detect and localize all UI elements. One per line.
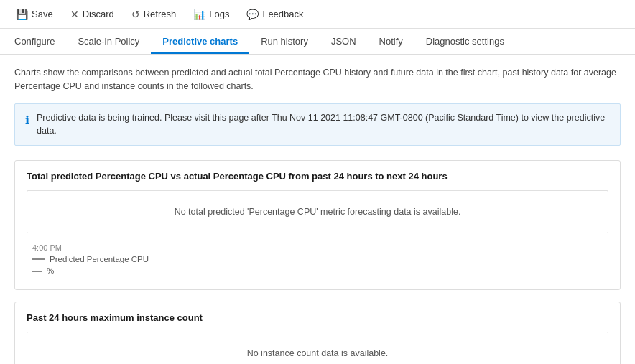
toolbar: 💾 Save ✕ Discard ↺ Refresh 📊 Logs 💬 Feed… [0, 0, 635, 29]
save-icon: 💾 [16, 9, 28, 20]
tab-configure[interactable]: Configure [3, 29, 66, 54]
logs-icon: 📊 [193, 9, 205, 20]
chart-card-2: Past 24 hours maximum instance count No … [14, 302, 621, 364]
discard-icon: ✕ [70, 9, 79, 20]
logs-button[interactable]: 📊 Logs [186, 6, 236, 23]
refresh-button[interactable]: ↺ Refresh [124, 6, 184, 23]
legend-dash-icon: — [32, 265, 42, 276]
tab-diagnostic-settings[interactable]: Diagnostic settings [414, 29, 516, 54]
legend-line-icon [32, 258, 45, 260]
tab-run-history[interactable]: Run history [249, 29, 320, 54]
refresh-icon: ↺ [131, 9, 140, 20]
tab-predictive-charts[interactable]: Predictive charts [151, 29, 249, 54]
info-banner: ℹ Predictive data is being trained. Plea… [14, 103, 621, 146]
chart1-legend-unit-item: — % [32, 265, 603, 276]
chart1-legend-time: 4:00 PM [32, 243, 603, 252]
chart1-legend-item: Predicted Percentage CPU [32, 255, 603, 263]
feedback-icon: 💬 [246, 9, 259, 20]
chart1-title: Total predicted Percentage CPU vs actual… [27, 171, 608, 182]
tab-notify[interactable]: Notify [368, 29, 414, 54]
main-content: Charts show the comparisons between pred… [0, 55, 635, 364]
chart2-no-data: No instance count data is available. [247, 348, 389, 358]
chart1-no-data: No total predicted 'Percentage CPU' metr… [175, 207, 461, 217]
info-banner-text: Predictive data is being trained. Please… [37, 111, 610, 139]
discard-button[interactable]: ✕ Discard [63, 6, 121, 23]
info-icon: ℹ [25, 112, 29, 129]
feedback-button[interactable]: 💬 Feedback [239, 6, 310, 23]
chart-card-1: Total predicted Percentage CPU vs actual… [14, 160, 621, 290]
chart2-area: No instance count data is available. [27, 332, 608, 364]
chart1-legend: 4:00 PM Predicted Percentage CPU — % [27, 239, 608, 279]
tab-json[interactable]: JSON [320, 29, 368, 54]
tabs-bar: Configure Scale-In Policy Predictive cha… [0, 29, 635, 55]
chart2-title: Past 24 hours maximum instance count [27, 312, 608, 323]
save-button[interactable]: 💾 Save [9, 6, 60, 23]
chart1-area: No total predicted 'Percentage CPU' metr… [27, 190, 608, 233]
chart1-legend-label: Predicted Percentage CPU [50, 255, 149, 263]
chart1-legend-unit: % [47, 266, 54, 275]
tab-scale-in-policy[interactable]: Scale-In Policy [66, 29, 151, 54]
page-description: Charts show the comparisons between pred… [14, 66, 621, 93]
